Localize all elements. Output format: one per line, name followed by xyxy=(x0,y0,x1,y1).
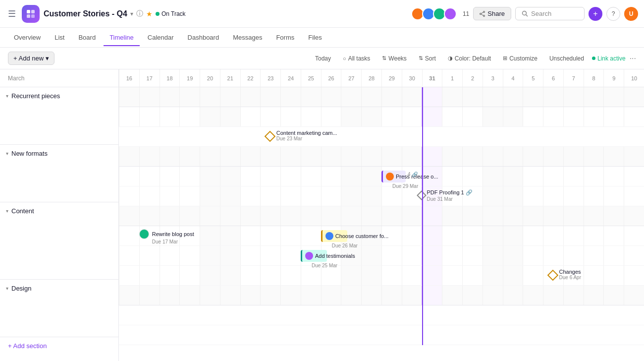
grid-cell xyxy=(160,246,180,265)
svg-line-8 xyxy=(482,14,483,15)
tg-design-header xyxy=(119,286,644,305)
chevron-down-icon[interactable]: ▾ xyxy=(130,10,133,17)
tab-overview[interactable]: Overview xyxy=(8,30,47,46)
weeks-filter[interactable]: ⇅ Weeks xyxy=(378,53,410,64)
date-cell: 26 xyxy=(321,69,341,87)
grid-cell xyxy=(503,226,523,245)
add-new-button[interactable]: + Add new ▾ xyxy=(8,52,54,65)
grid-cell xyxy=(321,167,341,186)
help-button[interactable]: ? xyxy=(606,7,620,21)
grid-cell xyxy=(321,87,341,107)
task-due: Due 25 Mar xyxy=(312,263,337,268)
grid-cell xyxy=(381,186,402,206)
grid-cell xyxy=(160,167,180,186)
grid-cell xyxy=(381,206,402,226)
grid-cell xyxy=(543,87,563,107)
all-tasks-filter[interactable]: ○ All tasks xyxy=(339,53,374,64)
customize-button[interactable]: ⊞ Customize xyxy=(499,53,541,64)
title-row: Customer Stories - Q4 ▾ ⓘ ★ On Track xyxy=(44,9,186,18)
grid-cell xyxy=(584,107,604,126)
grid-cell xyxy=(563,167,584,186)
link-active[interactable]: Link active xyxy=(592,55,626,62)
grid-cell xyxy=(563,186,584,206)
info-icon[interactable]: ⓘ xyxy=(136,9,143,18)
share-button[interactable]: Share xyxy=(473,7,511,20)
grid-cell xyxy=(119,186,139,206)
grid-cell xyxy=(624,206,644,226)
svg-point-9 xyxy=(523,11,527,15)
grid-cell xyxy=(603,286,624,305)
grid-cell xyxy=(442,226,462,245)
search-icon xyxy=(522,10,528,17)
task-bar[interactable]: Choose customer fo... xyxy=(321,230,347,242)
grid-cell xyxy=(160,266,180,285)
grid-cell xyxy=(503,206,523,226)
tab-calendar[interactable]: Calendar xyxy=(142,30,180,46)
grid-cell xyxy=(341,87,361,107)
grid-cell xyxy=(260,186,280,206)
grid-cell xyxy=(462,266,483,285)
task-avatar xyxy=(325,232,333,240)
hamburger-icon[interactable]: ☰ xyxy=(6,6,18,21)
grid-cell xyxy=(624,167,644,186)
avatar[interactable] xyxy=(444,7,457,20)
tab-dashboard[interactable]: Dashboard xyxy=(182,30,225,46)
tab-board[interactable]: Board xyxy=(72,30,102,46)
tab-messages[interactable]: Messages xyxy=(227,30,268,46)
grid-cell xyxy=(240,286,261,305)
task-bar[interactable]: Add testimonials xyxy=(301,250,327,262)
tg-content-header xyxy=(119,206,644,226)
star-icon[interactable]: ★ xyxy=(146,10,153,18)
section-new-formats-header[interactable]: ▾ New formats xyxy=(0,145,118,162)
grid-cell xyxy=(179,246,200,265)
grid-cell xyxy=(280,186,301,206)
section-recurrent: ▾ Recurrent pieces xyxy=(0,87,118,145)
add-section-button[interactable]: + Add section xyxy=(0,337,118,355)
color-button[interactable]: ◑ Color: Default xyxy=(444,53,495,64)
svg-point-4 xyxy=(483,11,485,12)
tab-files[interactable]: Files xyxy=(302,30,327,46)
grid-cell xyxy=(603,87,624,107)
grid-cell xyxy=(503,266,523,285)
grid-cell xyxy=(361,147,381,166)
grid-cell xyxy=(563,206,584,226)
grid-cell xyxy=(280,147,301,166)
user-avatar[interactable]: U xyxy=(624,7,638,21)
task-bar[interactable]: Press release o... xyxy=(381,171,406,182)
expand-icon: ▾ xyxy=(6,286,8,291)
grid-cell xyxy=(200,167,220,186)
grid-cell xyxy=(584,246,604,265)
grid-cell xyxy=(220,167,240,186)
grid-cell xyxy=(584,87,604,107)
section-content-header[interactable]: ▾ Content xyxy=(0,202,118,220)
tab-timeline[interactable]: Timeline xyxy=(104,30,140,46)
today-button[interactable]: Today xyxy=(311,53,335,64)
task-card[interactable]: Rewrite blog postDue 17 Mar xyxy=(139,229,194,244)
grid-cell xyxy=(584,206,604,226)
search-placeholder: Search xyxy=(531,10,551,17)
section-design-header[interactable]: ▾ Design xyxy=(0,280,118,297)
grid-cell xyxy=(361,206,381,226)
tab-forms[interactable]: Forms xyxy=(270,30,300,46)
tab-list[interactable]: List xyxy=(49,30,70,46)
grid-cell xyxy=(422,206,442,226)
grid-cell xyxy=(422,147,442,166)
section-recurrent-header[interactable]: ▾ Recurrent pieces xyxy=(0,87,118,105)
grid-cell xyxy=(200,107,220,126)
more-options-icon[interactable]: ··· xyxy=(630,54,636,63)
sort-button[interactable]: ⇅ Sort xyxy=(415,53,440,64)
unscheduled-button[interactable]: Unscheduled xyxy=(545,53,588,64)
team-avatars[interactable] xyxy=(411,7,457,20)
grid-cell xyxy=(260,147,280,166)
add-button[interactable]: + xyxy=(589,7,602,21)
tg-recurrent-header xyxy=(119,87,644,107)
grid-cell xyxy=(119,147,139,166)
grid-cell xyxy=(462,206,483,226)
grid-cell xyxy=(422,246,442,265)
grid-cell xyxy=(260,226,280,245)
date-cell: 22 xyxy=(240,69,261,87)
grid-cell xyxy=(442,167,462,186)
grid-cell xyxy=(422,266,442,285)
grid-cell xyxy=(119,107,139,126)
search-box[interactable]: Search xyxy=(515,7,585,20)
